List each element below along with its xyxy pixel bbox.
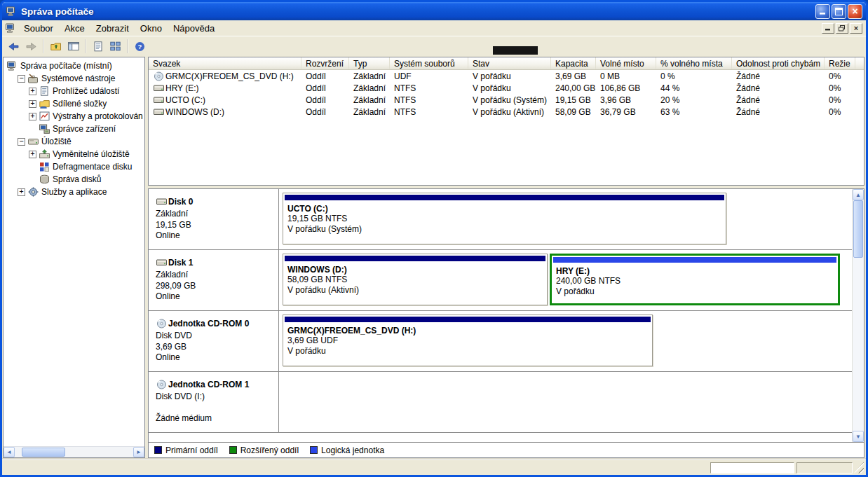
mdi-minimize-button[interactable] (822, 23, 834, 34)
scroll-thumb[interactable] (22, 448, 65, 457)
column-header-4[interactable]: Stav (468, 57, 551, 69)
tree-item-services-applications[interactable]: +Služby a aplikace (4, 186, 144, 198)
back-button[interactable] (5, 39, 22, 55)
disk-property: Disk DVD (I:) (156, 392, 276, 403)
tree-item-label: Vyměnitelné úložiště (53, 149, 130, 159)
column-header-5[interactable]: Kapacita (551, 57, 596, 69)
screen-artifact (493, 46, 538, 55)
properties-button[interactable] (89, 39, 107, 55)
menu-soubor[interactable]: Soubor (18, 21, 59, 36)
scroll-thumb[interactable] (853, 200, 863, 258)
disk-icon (153, 95, 164, 105)
tree-item-label: Správce zařízení (53, 124, 116, 134)
column-header-0[interactable]: Svazek (149, 57, 301, 69)
scroll-track[interactable] (853, 200, 864, 431)
help-button[interactable]: ? (131, 39, 149, 55)
partition-block[interactable]: GRMC(X)FREOEM_CS_DVD (H:)3,69 GB UDFV po… (283, 314, 653, 366)
disk-property: Online (156, 352, 276, 364)
disk-property: Žádné médium (156, 413, 276, 424)
minimize-button[interactable] (815, 4, 830, 19)
tree-item-device-manager[interactable]: Správce zařízení (4, 123, 144, 135)
titlebar[interactable]: Správa počítače × (2, 2, 866, 20)
scroll-left-button[interactable]: ◄ (4, 447, 15, 457)
tree-item-event-viewer[interactable]: +Prohlížeč událostí (4, 85, 144, 97)
vertical-scrollbar[interactable]: ▲ ▼ (852, 189, 864, 442)
scroll-right-button[interactable]: ► (133, 447, 144, 457)
show-hide-console-tree-button[interactable] (65, 39, 82, 55)
tree-item-storage[interactable]: −Úložiště (4, 135, 144, 148)
tree-item-removable-storage[interactable]: +Vyměnitelné úložiště (4, 148, 144, 160)
column-header-7[interactable]: % volného místa (656, 57, 732, 69)
disk-partitions: GRMC(X)FREOEM_CS_DVD (H:)3,69 GB UDFV po… (279, 311, 852, 371)
menu-zobrazit[interactable]: Zobrazit (90, 21, 135, 36)
disk-row: Jednotka CD-ROM 1Disk DVD (I:) Žádné méd… (149, 372, 852, 433)
maximize-button[interactable] (832, 4, 846, 19)
disk-row: Disk 1Základní298,09 GBOnlineWINDOWS (D:… (149, 250, 852, 311)
close-button[interactable]: × (848, 4, 862, 19)
column-header-2[interactable]: Typ (349, 57, 390, 69)
tree-item-disk-management[interactable]: Správa disků (4, 173, 144, 186)
menu-akce[interactable]: Akce (59, 21, 90, 36)
volume-row[interactable]: WINDOWS (D:)OddílZákladníNTFSV pořádku (… (149, 106, 864, 118)
volume-row[interactable]: GRMC(X)FREOEM_CS_DVD (H:)OddílZákladníUD… (149, 70, 864, 82)
menu-napoveda[interactable]: Nápověda (168, 21, 220, 36)
column-header-6[interactable]: Volné místo (596, 57, 656, 69)
tree-item-label: Sdílené složky (53, 99, 107, 109)
volume-row[interactable]: UCTO (C:)OddílZákladníNTFSV pořádku (Sys… (149, 94, 864, 106)
column-header-9[interactable]: Režie (825, 57, 855, 69)
cd-icon (153, 71, 164, 81)
tree-expander[interactable]: + (18, 188, 25, 196)
views-button[interactable] (107, 39, 124, 55)
partition-block[interactable]: WINDOWS (D:)58,09 GB NTFSV pořádku (Akti… (283, 254, 548, 305)
child-window-icon[interactable] (6, 23, 16, 33)
tree-expander[interactable]: + (29, 88, 36, 95)
disk-header[interactable]: Disk 1Základní298,09 GBOnline (149, 250, 279, 310)
mdi-close-button[interactable]: × (850, 23, 862, 34)
statusbar (2, 459, 866, 475)
partition-color-bar (553, 257, 836, 263)
partition-block[interactable]: HRY (E:)240,00 GB NTFSV pořádku (550, 254, 840, 305)
column-header-3[interactable]: Systém souborů (390, 57, 468, 69)
tree-item-shared-folders[interactable]: +Sdílené složky (4, 97, 144, 110)
disk-property: Základní (156, 209, 276, 220)
volume-list-pane: SvazekRozvrženíTypSystém souborůStavKapa… (148, 57, 864, 186)
tree-expander[interactable]: + (29, 100, 36, 108)
resize-grip[interactable] (854, 462, 864, 473)
forward-button[interactable] (22, 39, 40, 55)
disk-property: 19,15 GB (156, 220, 276, 231)
disk-management-icon (39, 174, 50, 185)
tree-horizontal-scrollbar[interactable]: ◄ ► (4, 446, 144, 457)
tree-expander[interactable]: + (29, 113, 36, 120)
status-text (4, 462, 708, 473)
column-header-8[interactable]: Odolnost proti chybám (732, 57, 825, 69)
disk-header[interactable]: Disk 0Základní19,15 GBOnline (149, 189, 279, 249)
tree-expander[interactable]: + (29, 151, 36, 158)
scroll-down-button[interactable]: ▼ (853, 431, 864, 442)
disk-property: Online (156, 291, 276, 303)
disk-header[interactable]: Jednotka CD-ROM 1Disk DVD (I:) Žádné méd… (149, 372, 279, 432)
tree-item-disk-defragmenter[interactable]: Defragmentace disku (4, 160, 144, 173)
partition-block[interactable]: UCTO (C:)19,15 GB NTFSV pořádku (Systém) (283, 193, 726, 244)
mdi-restore-button[interactable] (836, 23, 848, 34)
volume-row[interactable]: HRY (E:)OddílZákladníNTFSV pořádku240,00… (149, 82, 864, 94)
tree-expander[interactable]: − (18, 75, 25, 83)
menu-items: SouborAkceZobrazitOknoNápověda (18, 21, 220, 36)
column-header-1[interactable]: Rozvržení (301, 57, 349, 69)
scroll-up-button[interactable]: ▲ (853, 189, 864, 200)
legend-item: Logická jednotka (310, 445, 384, 455)
tree-item-computer[interactable]: Správa počítače (místní) (4, 60, 144, 72)
tree-item-label: Prohlížeč událostí (53, 86, 119, 96)
tree-item-system-tools[interactable]: −Systémové nástroje (4, 72, 144, 85)
menu-okno[interactable]: Okno (135, 21, 168, 36)
volume-cell: V pořádku (468, 83, 551, 93)
disk-header[interactable]: Jednotka CD-ROM 0Disk DVD3,69 GBOnline (149, 311, 279, 371)
disk-row: Jednotka CD-ROM 0Disk DVD3,69 GBOnlineGR… (149, 311, 852, 372)
tree-expander[interactable]: − (18, 138, 25, 146)
up-one-level-button[interactable] (47, 39, 65, 55)
disk-icon (153, 83, 164, 93)
disk-title-label: Jednotka CD-ROM 0 (168, 319, 249, 329)
event-viewer-icon (39, 86, 50, 97)
disk-defragmenter-icon (39, 162, 50, 172)
tree-item-performance-logs[interactable]: +Výstrahy a protokolován (4, 110, 144, 123)
mdi-controls: × (822, 23, 864, 34)
